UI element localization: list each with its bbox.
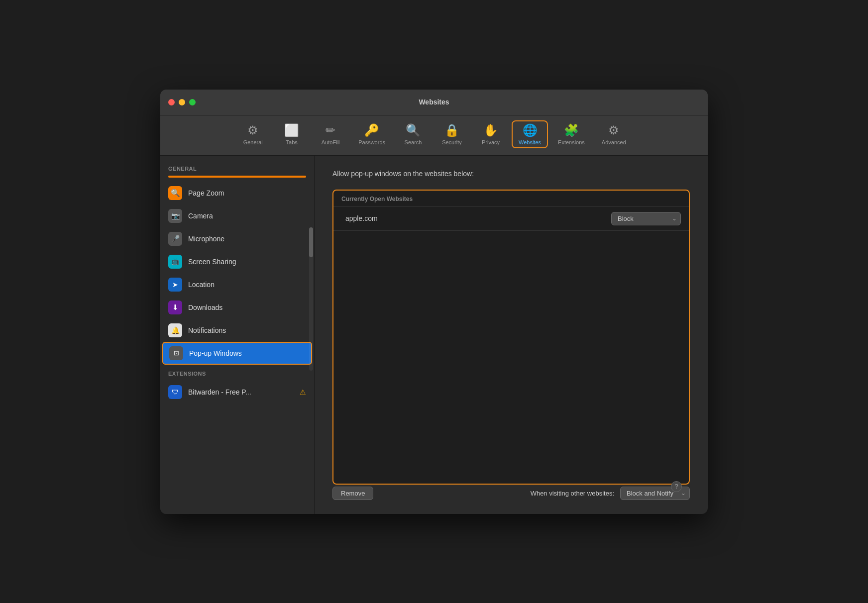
sidebar-item-screen-sharing-label: Screen Sharing [188,258,236,266]
passwords-icon: 🔑 [364,123,379,137]
window-title: Websites [419,98,449,106]
website-row: apple.com Block Allow Block and Notify ⌄ [333,207,689,231]
notifications-icon: 🔔 [168,323,182,337]
bitwarden-icon: 🛡 [168,385,182,399]
sidebar-item-bitwarden[interactable]: 🛡 Bitwarden - Free P... ⚠ [160,381,314,403]
block-select[interactable]: Block Allow Block and Notify [611,212,681,225]
sidebar-item-page-zoom[interactable]: 🔍 Page Zoom [160,182,314,204]
sidebar-section-general: General [160,164,314,176]
sidebar-item-downloads-label: Downloads [188,303,222,311]
other-websites-section: When visiting other websites: Block Allo… [531,487,690,500]
tab-tabs[interactable]: ⬜ Tabs [274,120,310,148]
traffic-lights [168,99,196,105]
maximize-button[interactable] [189,99,196,105]
tab-websites-label: Websites [519,139,541,145]
block-select-wrapper: Block Allow Block and Notify ⌄ [611,212,681,225]
sidebar-item-microphone[interactable]: 🎤 Microphone [160,227,314,250]
sidebar-item-downloads[interactable]: ⬇ Downloads [160,296,314,319]
website-name: apple.com [345,214,607,222]
toolbar: ⚙ General ⬜ Tabs ✏ AutoFill 🔑 Passwords … [160,115,708,156]
sidebar-item-location[interactable]: ➤ Location [160,273,314,296]
security-icon: 🔒 [444,123,459,137]
tab-autofill-label: AutoFill [322,139,340,145]
tab-extensions[interactable]: 🧩 Extensions [551,120,592,148]
websites-panel: Currently Open Websites apple.com Block … [332,190,690,485]
tab-passwords[interactable]: 🔑 Passwords [351,120,392,148]
tab-search-label: Search [405,139,422,145]
sidebar-item-page-zoom-label: Page Zoom [188,189,224,197]
tab-passwords-label: Passwords [358,139,385,145]
panel-section-header: Currently Open Websites [333,191,689,207]
sidebar-item-bitwarden-label: Bitwarden - Free P... [188,388,294,396]
downloads-icon: ⬇ [168,301,182,314]
tab-extensions-label: Extensions [558,139,585,145]
extensions-icon: 🧩 [564,123,579,137]
microphone-icon: 🎤 [168,232,182,246]
other-websites-label: When visiting other websites: [531,490,614,497]
sidebar: General 🔍 Page Zoom 📷 Camera 🎤 Microphon… [160,156,315,514]
tab-security[interactable]: 🔒 Security [434,120,470,148]
titlebar: Websites [160,90,708,115]
tab-general-label: General [243,139,263,145]
main-description: Allow pop-up windows on the websites bel… [332,170,690,178]
screen-sharing-icon: 📺 [168,255,182,269]
tab-tabs-label: Tabs [286,139,298,145]
popup-windows-icon: ⊡ [169,346,183,360]
tab-security-label: Security [442,139,462,145]
sidebar-item-screen-sharing[interactable]: 📺 Screen Sharing [160,250,314,273]
websites-icon: 🌐 [523,123,538,137]
safari-preferences-window: Websites ⚙ General ⬜ Tabs ✏ AutoFill 🔑 P… [160,90,708,514]
minimize-button[interactable] [179,99,185,105]
footer: Remove When visiting other websites: Blo… [332,485,690,500]
tab-advanced-label: Advanced [602,139,626,145]
advanced-icon: ⚙ [608,123,619,137]
sidebar-scrollbar[interactable] [309,227,313,371]
sidebar-item-notifications[interactable]: 🔔 Notifications [160,319,314,342]
bitwarden-warning-icon: ⚠ [300,388,306,396]
sidebar-section-extensions: Extensions [160,369,314,381]
sidebar-item-camera-label: Camera [188,212,213,220]
sidebar-item-notifications-label: Notifications [188,326,226,334]
main-content: Allow pop-up windows on the websites bel… [315,156,708,514]
search-icon: 🔍 [406,123,421,137]
tab-privacy[interactable]: ✋ Privacy [473,120,509,148]
location-icon: ➤ [168,278,182,292]
sidebar-scrollbar-thumb[interactable] [309,227,313,257]
tabs-icon: ⬜ [284,123,299,137]
sidebar-item-location-label: Location [188,281,215,289]
tab-general[interactable]: ⚙ General [235,120,271,148]
page-zoom-indicator [168,176,306,178]
tab-privacy-label: Privacy [482,139,500,145]
help-button[interactable]: ? [671,481,682,492]
sidebar-item-camera[interactable]: 📷 Camera [160,204,314,227]
remove-button[interactable]: Remove [332,487,373,500]
tab-autofill[interactable]: ✏ AutoFill [313,120,348,148]
privacy-icon: ✋ [483,123,498,137]
tab-search[interactable]: 🔍 Search [395,120,431,148]
sidebar-item-popup-windows-label: Pop-up Windows [189,349,242,357]
content-area: General 🔍 Page Zoom 📷 Camera 🎤 Microphon… [160,156,708,514]
tab-websites[interactable]: 🌐 Websites [512,120,548,148]
sidebar-item-popup-windows[interactable]: ⊡ Pop-up Windows [162,342,312,365]
page-zoom-icon: 🔍 [168,186,182,200]
tab-advanced[interactable]: ⚙ Advanced [595,120,633,148]
close-button[interactable] [168,99,175,105]
sidebar-item-microphone-label: Microphone [188,235,224,243]
general-icon: ⚙ [247,123,258,137]
panel-empty-area [333,231,689,484]
camera-icon: 📷 [168,209,182,223]
main-wrapper: Currently Open Websites apple.com Block … [332,190,690,500]
autofill-icon: ✏ [326,123,335,137]
